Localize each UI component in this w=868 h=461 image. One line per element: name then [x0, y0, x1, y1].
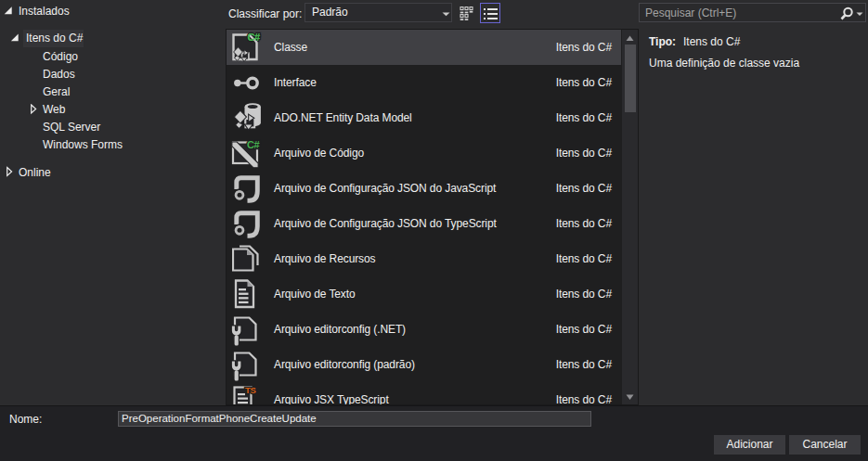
svg-text:C#: C# — [248, 32, 260, 43]
svg-text:C#: C# — [247, 139, 259, 150]
svg-text:TS: TS — [245, 385, 256, 395]
